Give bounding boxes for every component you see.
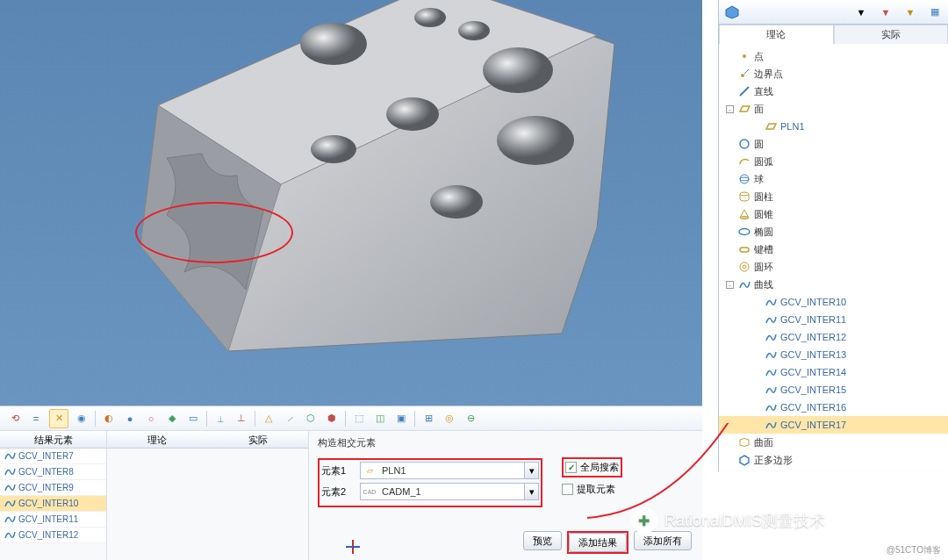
tree-child-node[interactable]: PLN1 [719, 118, 948, 135]
tool-x3-icon[interactable]: ⊖ [463, 411, 478, 427]
result-row[interactable]: GCV_INTER12 [0, 528, 106, 543]
tool-dim1-icon[interactable]: △ [261, 411, 276, 427]
tool-feat3-icon[interactable]: ○ [143, 411, 159, 427]
tree-node[interactable]: 直线 [719, 83, 948, 100]
tree-child-node[interactable]: GCV_INTER17 [719, 416, 948, 434]
tool-m2-icon[interactable]: ◫ [372, 411, 388, 427]
result-row[interactable]: GCV_INTER11 [0, 512, 106, 528]
tool-ref2-icon[interactable]: ⊥ [233, 411, 249, 427]
tree-child-node[interactable]: GCV_INTER13 [719, 346, 948, 363]
tool-intersect-icon[interactable]: ✕ [51, 411, 67, 427]
tool-feat1-icon[interactable]: ◐ [101, 411, 117, 427]
expander-icon[interactable]: - [726, 105, 734, 113]
element2-value: CADM_1 [378, 486, 524, 497]
tab-theory[interactable]: 理论 [719, 25, 834, 44]
wechat-icon: ✚ [631, 507, 657, 534]
result-row-label: GCV_INTER11 [18, 514, 78, 524]
axis-icon [344, 538, 362, 556]
tree-node[interactable]: 圆环 [719, 258, 948, 276]
expander-icon[interactable]: - [726, 281, 734, 289]
feature-icon [738, 85, 750, 97]
tree-node[interactable]: 圆锥 [719, 205, 948, 223]
svg-line-15 [740, 87, 749, 96]
feature-icon [765, 313, 777, 326]
tree-node[interactable]: 边界点 [719, 65, 948, 83]
tree-node[interactable]: -面 [719, 100, 948, 118]
tab-actual[interactable]: 实际 [834, 25, 949, 44]
tree-node[interactable]: 圆 [719, 135, 948, 153]
tree-node[interactable]: 椭圆 [719, 223, 948, 241]
extract-checkbox[interactable]: ✓ 提取元素 [562, 483, 622, 496]
feature-icon [765, 120, 777, 133]
tree-child-node[interactable]: GCV_INTER14 [719, 363, 948, 381]
filter2-icon[interactable]: ▼ [878, 4, 894, 20]
feature-tree[interactable]: 点边界点直线-面PLN1圆圆弧球圆柱圆锥椭圆键槽圆环-曲线GCV_INTER10… [719, 44, 948, 470]
element2-dropdown[interactable]: ▾ [525, 483, 539, 500]
actual-col-header: 实际 [208, 431, 309, 449]
svg-point-18 [740, 140, 749, 148]
viewport-3d[interactable] [0, 0, 702, 406]
tree-node[interactable]: 点 [719, 47, 948, 65]
tool-feat2-icon[interactable]: ● [122, 411, 138, 427]
tool-m3-icon[interactable]: ▣ [393, 411, 409, 427]
tree-node-label: 圆环 [754, 261, 773, 274]
tool-feat5-icon[interactable]: ▭ [185, 411, 201, 427]
svg-point-10 [430, 185, 483, 219]
tree-child-node[interactable]: GCV_INTER11 [719, 311, 948, 328]
tool-feat4-icon[interactable]: ◆ [164, 411, 180, 427]
tree-node[interactable]: 组合 [719, 469, 948, 470]
add-result-button[interactable]: 添加结果 [569, 533, 627, 552]
tree-node[interactable]: 球 [719, 170, 948, 188]
tool-blue-icon[interactable]: ◉ [74, 411, 90, 427]
cad-icon: CAD [361, 489, 378, 495]
feature-icon [738, 50, 750, 62]
tool-ref1-icon[interactable]: ⟂ [212, 411, 228, 427]
tree-child-label: GCV_INTER14 [780, 367, 846, 377]
result-row[interactable]: GCV_INTER10 [0, 496, 106, 512]
global-search-checkbox[interactable]: ✓ 全局搜索 [565, 461, 619, 474]
result-row[interactable]: GCV_INTER7 [0, 449, 106, 464]
element2-field[interactable]: CAD CADM_1 [360, 483, 525, 500]
filter3-icon[interactable]: ▼ [902, 4, 918, 20]
results-list[interactable]: GCV_INTER7GCV_INTER8GCV_INTER9GCV_INTER1… [0, 449, 106, 543]
tree-node[interactable]: 曲面 [719, 434, 948, 451]
tool-dim2-icon[interactable]: ⟋ [282, 411, 298, 427]
result-row[interactable]: GCV_INTER9 [0, 480, 106, 496]
table-icon[interactable]: ▦ [927, 4, 943, 20]
tool-dim4-icon[interactable]: ⬢ [324, 411, 340, 427]
svg-rect-27 [740, 248, 749, 252]
tool-equal-icon[interactable]: = [28, 411, 44, 427]
tool-dim3-icon[interactable]: ⬡ [303, 411, 319, 427]
element1-dropdown[interactable]: ▾ [525, 462, 539, 479]
add-all-button[interactable]: 添加所有 [634, 531, 692, 550]
svg-point-8 [386, 97, 439, 131]
tree-node[interactable]: 正多边形 [719, 451, 948, 469]
tree-node[interactable]: 圆柱 [719, 188, 948, 205]
tree-node-label: 键槽 [754, 243, 773, 256]
construct-toolbar: ⟲ = ✕ ◉ ◐ ● ○ ◆ ▭ ⟂ ⊥ △ ⟋ ⬡ ⬢ ⬚ ◫ ▣ ⊞ ◎ … [0, 406, 702, 431]
tool-reset-icon[interactable]: ⟲ [7, 411, 23, 427]
footer-credit: @51CTO博客 [887, 544, 941, 556]
svg-point-4 [414, 8, 446, 27]
tool-x1-icon[interactable]: ⊞ [420, 411, 436, 427]
tool-m1-icon[interactable]: ⬚ [351, 411, 367, 427]
theory-col-header: 理论 [107, 431, 208, 449]
tree-child-node[interactable]: GCV_INTER15 [719, 381, 948, 398]
tree-child-node[interactable]: GCV_INTER16 [719, 398, 948, 416]
tree-node[interactable]: -曲线 [719, 276, 948, 293]
tree-node[interactable]: 圆弧 [719, 153, 948, 170]
tree-child-label: GCV_INTER16 [780, 402, 846, 413]
preview-button[interactable]: 预览 [523, 531, 562, 550]
element1-field[interactable]: ▱ PLN1 [360, 462, 525, 479]
feature-icon [738, 155, 750, 168]
result-row[interactable]: GCV_INTER8 [0, 464, 106, 480]
tool-x2-icon[interactable]: ◎ [442, 411, 457, 427]
filter1-icon[interactable]: ▼ [853, 4, 869, 20]
cube-icon[interactable] [724, 4, 740, 20]
tree-child-label: GCV_INTER12 [780, 332, 846, 342]
feature-icon [765, 331, 777, 343]
tree-node[interactable]: 键槽 [719, 241, 948, 258]
svg-point-20 [740, 177, 749, 181]
tree-child-node[interactable]: GCV_INTER12 [719, 328, 948, 346]
tree-child-node[interactable]: GCV_INTER10 [719, 293, 948, 311]
